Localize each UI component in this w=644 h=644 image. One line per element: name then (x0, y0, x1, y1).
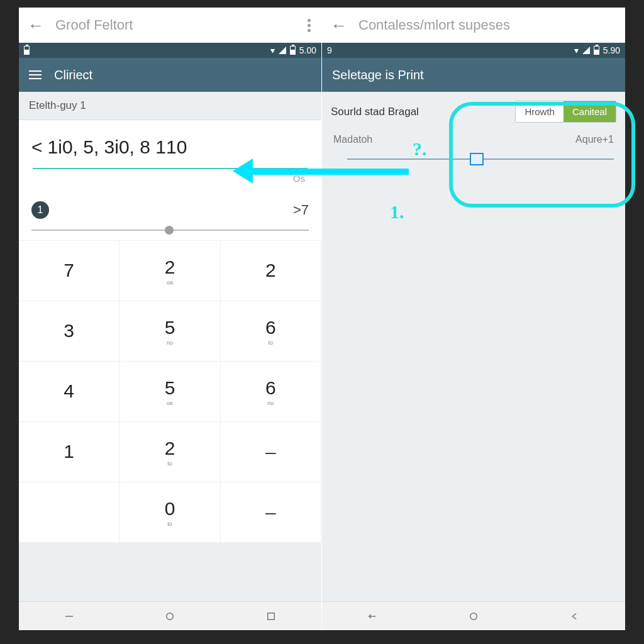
topnav-left: ← Groof Feltort (19, 8, 321, 43)
nav-back-icon[interactable] (367, 611, 378, 622)
topnav-title-left: Groof Feltort (47, 17, 303, 33)
slider-max-label: Aqure+1 (575, 134, 614, 145)
battery-saver-icon (24, 46, 30, 55)
display-value[interactable]: 1i0, 5, 3i0, 8 110 (48, 136, 187, 158)
key-5a[interactable]: 5no (119, 301, 220, 361)
key-2b[interactable]: 2 (221, 240, 321, 301)
topnav-title-right: Contaless/mlort supeses (350, 17, 619, 33)
appbar-left: Cliriect (19, 58, 321, 92)
nav-recent-icon[interactable] (265, 611, 277, 622)
svg-rect-2 (268, 613, 275, 619)
content-right: Sourld stad Bragal Hrowth Caniteal Madat… (322, 92, 625, 601)
nav-home-icon[interactable] (468, 611, 479, 622)
svg-point-3 (470, 613, 477, 619)
key-6a[interactable]: 6to (221, 301, 321, 361)
key-7[interactable]: 7 (19, 240, 119, 301)
status-bar-left: ▾ 5.00 (19, 43, 321, 58)
key-dash-b[interactable]: – (221, 482, 321, 542)
hamburger-icon[interactable] (29, 70, 42, 79)
phone-left: ← Groof Feltort ▾ 5.00 Cliriect Etelth-g… (19, 8, 322, 630)
slider-min-label: Madatoh (333, 134, 372, 145)
content-left: Etelth-guy 1 < 1i0, 5, 3i0, 8 110 Os 1 >… (19, 92, 321, 601)
appbar-title-left: Cliriect (54, 68, 92, 82)
key-5b[interactable]: 5oe (119, 361, 220, 421)
slider-right-label: >7 (293, 202, 309, 218)
svg-point-1 (167, 613, 174, 619)
android-navbar-right (322, 601, 625, 630)
back-icon[interactable]: ← (328, 16, 350, 35)
segment-toggle: Hrowth Caniteal (515, 101, 616, 123)
slider-labels: Madatoh Aqure+1 (322, 131, 625, 145)
key-4[interactable]: 4 (19, 361, 119, 421)
phone-right: ← Contaless/mlort supeses 9 ▾ 5.90 Selet… (322, 8, 625, 630)
key-1[interactable]: 1 (19, 421, 119, 482)
status-left-text: 9 (327, 45, 332, 55)
clock-right: 5.90 (603, 45, 620, 55)
nav-recent-icon[interactable] (569, 611, 580, 622)
right-slider[interactable] (347, 152, 614, 167)
range-slider[interactable] (31, 224, 309, 236)
slider-thumb-icon[interactable] (165, 226, 174, 235)
input-underline (33, 168, 308, 169)
battery-icon (290, 46, 296, 55)
appbar-right: Seletage is Print (322, 58, 625, 92)
appbar-title-right: Seletage is Print (332, 68, 424, 82)
step-badge[interactable]: 1 (31, 201, 49, 219)
wifi-icon: ▾ (574, 45, 579, 55)
display-area: < 1i0, 5, 3i0, 8 110 Os (19, 120, 321, 186)
section-label: Etelth-guy 1 (19, 92, 321, 120)
toggle-caniteal[interactable]: Caniteal (564, 101, 616, 122)
right-slider-thumb-icon[interactable] (470, 153, 484, 165)
android-navbar-left (19, 601, 321, 630)
battery-icon (594, 46, 599, 55)
svg-rect-0 (65, 616, 73, 617)
input-card: < 1i0, 5, 3i0, 8 110 Os 1 >7 7 (19, 120, 321, 542)
key-2a[interactable]: 2oa (119, 240, 220, 301)
wifi-icon: ▾ (270, 45, 275, 55)
row-label: Sourld stad Bragal (331, 106, 419, 118)
signal-icon (582, 47, 590, 54)
slider-row: 1 >7 (19, 186, 321, 224)
toggle-row: Sourld stad Bragal Hrowth Caniteal (322, 92, 625, 131)
signal-icon (279, 47, 286, 54)
topnav-right: ← Contaless/mlort supeses (322, 8, 625, 43)
keypad: 7 2oa 2 3 5no 6to 4 5oe 6no 1 2to – 0to (19, 240, 321, 542)
key-6b[interactable]: 6no (221, 361, 321, 421)
toggle-hrowth[interactable]: Hrowth (516, 101, 564, 122)
key-dash-a[interactable]: – (221, 421, 321, 482)
back-icon[interactable]: ← (25, 16, 47, 35)
display-sub: Os (31, 173, 309, 184)
key-empty[interactable] (19, 482, 119, 542)
key-3[interactable]: 3 (19, 301, 119, 361)
overflow-menu-icon[interactable] (303, 19, 315, 32)
display-prefix: < (31, 136, 43, 158)
clock-left: 5.00 (299, 45, 316, 55)
nav-home-icon[interactable] (164, 611, 175, 622)
key-2c[interactable]: 2to (119, 421, 220, 482)
key-0[interactable]: 0to (119, 482, 220, 542)
nav-back-icon[interactable] (64, 611, 75, 622)
status-bar-right: 9 ▾ 5.90 (322, 43, 625, 58)
